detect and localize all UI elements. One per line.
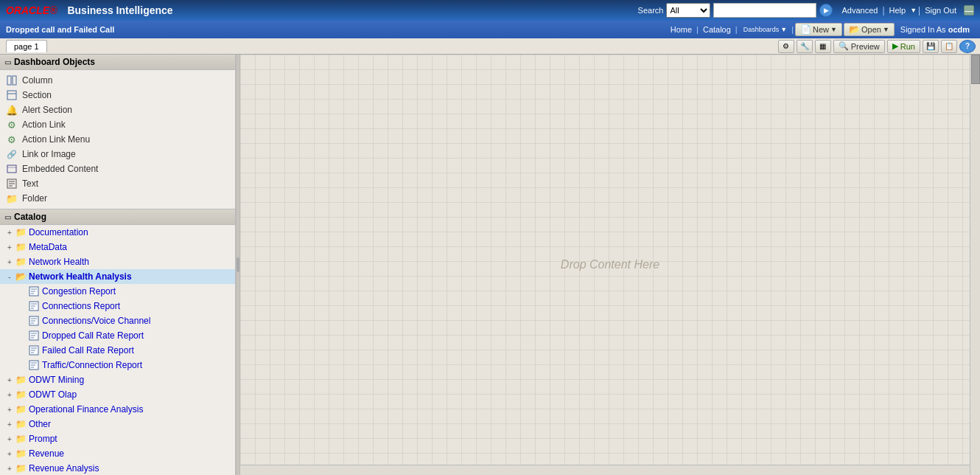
tree-item-metadata[interactable]: + 📁 MetaData — [0, 240, 235, 254]
toolbar-btn-1[interactable]: ⚙ — [778, 40, 794, 53]
dashboard-objects-collapse-icon: ▭ — [4, 58, 11, 66]
window-control[interactable]: — — [964, 5, 974, 15]
toolbar-btn-2[interactable]: 🔧 — [797, 40, 813, 53]
toolbar-btn-saveas[interactable]: 📋 — [941, 40, 957, 53]
tree-item-prompt[interactable]: + 📁 Prompt — [0, 431, 235, 446]
failed-call-rate-label: Failed Call Rate Report — [42, 345, 134, 356]
right-scrollbar-thumb[interactable] — [971, 55, 980, 84]
open-icon: 📂 — [849, 24, 860, 35]
help-dropdown-icon[interactable]: ▼ — [910, 7, 917, 14]
dashboard-object-text[interactable]: Text — [0, 176, 235, 191]
open-button[interactable]: 📂 Open ▼ — [844, 23, 895, 36]
toolbar-btn-save[interactable]: 💾 — [923, 40, 939, 53]
action-link-label: Action Link — [22, 119, 66, 130]
odwt-mining-expand-icon[interactable]: + — [4, 376, 15, 384]
home-nav-link[interactable]: Home — [668, 25, 695, 34]
run-button[interactable]: ▶ Run — [887, 40, 920, 53]
dashboard-objects-title: Dashboard Objects — [14, 57, 95, 67]
catalog-collapse-icon: ▭ — [4, 213, 11, 221]
tree-item-revenue[interactable]: + 📁 Revenue — [0, 446, 235, 461]
tree-item-network-health[interactable]: + 📁 Network Health — [0, 254, 235, 269]
bottom-scrollbar[interactable] — [240, 465, 970, 475]
search-scope-select[interactable]: All — [666, 3, 710, 18]
revenue-analysis-label: Revenue Analysis — [29, 463, 99, 474]
metadata-folder-icon: 📁 — [15, 241, 27, 253]
dashboard-object-folder[interactable]: 📁 Folder — [0, 191, 235, 206]
catalog-title: Catalog — [14, 212, 46, 222]
catalog-tree-container[interactable]: + 📁 Documentation + 📁 MetaData + 📁 Netwo… — [0, 225, 235, 475]
network-health-expand-icon[interactable]: + — [4, 258, 15, 266]
prompt-folder-icon: 📁 — [15, 433, 27, 445]
operational-finance-expand-icon[interactable]: + — [4, 406, 15, 414]
network-health-analysis-label: Network Health Analysis — [29, 271, 132, 282]
new-button[interactable]: 📄 New ▼ — [795, 23, 842, 36]
dashboard-object-column[interactable]: Column — [0, 73, 235, 88]
preview-button[interactable]: 🔍 Preview — [833, 40, 885, 53]
metadata-expand-icon[interactable]: + — [4, 243, 15, 252]
search-label: Search — [638, 6, 664, 15]
search-input[interactable] — [713, 3, 816, 18]
tree-item-failed-call-rate[interactable]: Failed Call Rate Report — [0, 343, 235, 358]
tree-item-documentation[interactable]: + 📁 Documentation — [0, 225, 235, 240]
connections-voice-icon — [28, 315, 40, 327]
dashboard-object-action-link-menu[interactable]: ⚙ Action Link Menu — [0, 132, 235, 147]
revenue-analysis-expand-icon[interactable]: + — [4, 465, 15, 473]
other-expand-icon[interactable]: + — [4, 420, 15, 429]
tree-item-connections-voice[interactable]: Connections/Voice Channel — [0, 313, 235, 328]
toolbar-btn-help[interactable]: ? — [959, 40, 976, 53]
odwt-olap-expand-icon[interactable]: + — [4, 391, 15, 399]
page-1-tab[interactable]: page 1 — [6, 40, 47, 52]
connections-report-icon — [28, 300, 40, 312]
dashboard-object-alert-section[interactable]: 🔔 Alert Section — [0, 103, 235, 117]
sign-out-link[interactable]: Sign Out — [922, 6, 959, 15]
documentation-label: Documentation — [29, 227, 88, 238]
operational-finance-folder-icon: 📁 — [15, 403, 27, 415]
new-dropdown-icon: ▼ — [830, 26, 837, 33]
column-icon — [6, 74, 18, 86]
advanced-link[interactable]: Advanced — [839, 6, 881, 15]
action-link-icon: ⚙ — [6, 119, 18, 131]
dashboards-nav-dropdown[interactable]: Dashboards ▼ — [739, 26, 790, 33]
dashboard-object-action-link[interactable]: ⚙ Action Link — [0, 117, 235, 132]
tree-item-odwt-olap[interactable]: + 📁 ODWT Olap — [0, 387, 235, 402]
search-area: Search All ▶ — [638, 3, 833, 18]
top-header: ORACLE ® Business Intelligence Search Al… — [0, 0, 980, 21]
tree-item-network-health-analysis[interactable]: - 📂 Network Health Analysis — [0, 269, 235, 284]
network-health-analysis-expand-icon[interactable]: - — [4, 273, 15, 281]
other-folder-icon: 📁 — [15, 418, 27, 430]
dashboard-object-section[interactable]: Section — [0, 88, 235, 103]
right-scrollbar[interactable] — [970, 55, 980, 475]
content-drop-area[interactable]: Drop Content Here — [240, 55, 980, 475]
tree-item-traffic-connection[interactable]: Traffic/Connection Report — [0, 358, 235, 372]
search-go-button[interactable]: ▶ — [819, 4, 833, 17]
odwt-olap-label: ODWT Olap — [29, 389, 77, 400]
documentation-expand-icon[interactable]: + — [4, 229, 15, 237]
help-link[interactable]: Help — [886, 6, 909, 15]
revenue-expand-icon[interactable]: + — [4, 450, 15, 458]
catalog-header[interactable]: ▭ Catalog — [0, 209, 235, 225]
dashboard-object-link-or-image[interactable]: 🔗 Link or Image — [0, 147, 235, 162]
prompt-expand-icon[interactable]: + — [4, 435, 15, 443]
dashboard-nav: Home | Catalog | Dashboards ▼ | 📄 New ▼ … — [668, 23, 974, 36]
toolbar-btn-3[interactable]: ▦ — [815, 40, 831, 53]
tree-item-operational-finance[interactable]: + 📁 Operational Finance Analysis — [0, 402, 235, 417]
odwt-olap-folder-icon: 📁 — [15, 389, 27, 401]
tree-item-connections-report[interactable]: Connections Report — [0, 299, 235, 313]
traffic-connection-icon — [28, 359, 40, 371]
failed-call-rate-icon — [28, 344, 40, 356]
dashboard-object-embedded-content[interactable]: Embedded Content — [0, 162, 235, 176]
drop-content-label: Drop Content Here — [561, 258, 659, 271]
tree-item-dropped-call-rate[interactable]: Dropped Call Rate Report — [0, 328, 235, 343]
congestion-report-label: Congestion Report — [42, 286, 116, 297]
revenue-folder-icon: 📁 — [15, 448, 27, 460]
tree-item-odwt-mining[interactable]: + 📁 ODWT Mining — [0, 372, 235, 387]
catalog-nav-link[interactable]: Catalog — [700, 25, 734, 34]
text-label: Text — [22, 178, 38, 189]
catalog-section: ▭ Catalog + 📁 Documentation + 📁 MetaData — [0, 209, 235, 475]
dashboard-objects-header[interactable]: ▭ Dashboard Objects — [0, 55, 235, 70]
tree-item-revenue-analysis[interactable]: + 📁 Revenue Analysis — [0, 461, 235, 475]
tree-item-other[interactable]: + 📁 Other — [0, 417, 235, 431]
tree-item-congestion-report[interactable]: Congestion Report — [0, 284, 235, 299]
toolbar-right: ⚙ 🔧 ▦ 🔍 Preview ▶ Run 💾 📋 ? — [778, 40, 980, 53]
oracle-text: ORACLE — [6, 4, 49, 16]
